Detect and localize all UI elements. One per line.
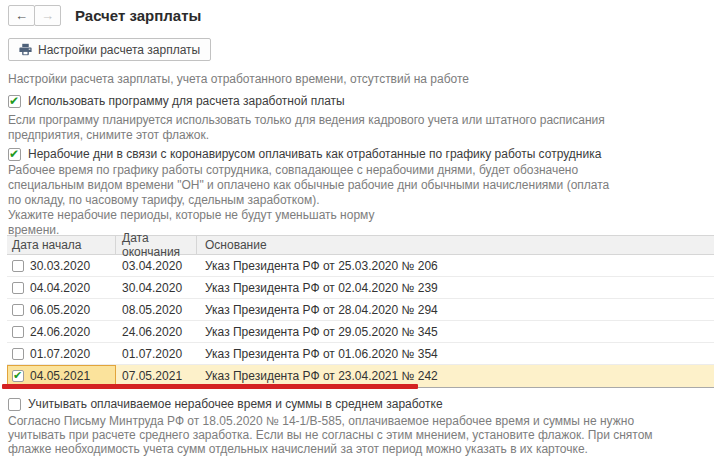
end-date-cell: 03.04.2020	[116, 259, 197, 273]
end-date-cell: 08.05.2020	[116, 303, 197, 317]
table-row[interactable]: 01.07.2020 01.07.2020 Указ Президента РФ…	[7, 343, 714, 365]
back-button[interactable]: ←	[8, 5, 35, 26]
back-arrow-icon: ←	[15, 9, 28, 22]
basis-cell: Указ Президента РФ от 02.04.2020 № 239	[197, 281, 714, 295]
table-row[interactable]: 30.03.2020 03.04.2020 Указ Президента РФ…	[7, 255, 714, 277]
basis-cell: Указ Президента РФ от 25.03.2020 № 206	[197, 259, 714, 273]
end-date-cell: 30.04.2020	[116, 281, 197, 295]
row-checkbox[interactable]	[12, 348, 24, 360]
table-row[interactable]: 04.04.2020 30.04.2020 Указ Президента РФ…	[7, 277, 714, 299]
start-date-cell: 04.04.2020	[30, 281, 90, 295]
column-header-basis[interactable]: Основание	[197, 236, 714, 254]
checkbox-covid-days-label: Нерабочие дни в связи с коронавирусом оп…	[28, 147, 601, 161]
navigation-bar: ← → Расчет зарплаты	[0, 0, 714, 26]
row-checkbox[interactable]	[12, 370, 24, 382]
end-date-cell: 01.07.2020	[116, 347, 197, 361]
row-checkbox[interactable]	[12, 304, 24, 316]
start-date-cell: 01.07.2020	[30, 347, 90, 361]
average-earnings-hint: Согласно Письму Минтруда РФ от 18.05.202…	[8, 414, 658, 456]
salary-settings-button[interactable]: Настройки расчета зарплаты	[8, 38, 211, 61]
row-checkbox[interactable]	[12, 260, 24, 272]
non-working-periods-table: Дата начала Дата окончания Основание 30.…	[7, 235, 714, 388]
settings-button-label: Настройки расчета зарплаты	[38, 43, 200, 57]
row-checkbox[interactable]	[12, 282, 24, 294]
end-date-cell: 24.06.2020	[116, 325, 197, 339]
start-date-cell: 06.05.2020	[30, 303, 90, 317]
basis-cell: Указ Президента РФ от 23.04.2021 № 242	[197, 369, 714, 383]
end-date-cell: 07.05.2021	[116, 369, 197, 383]
table-row[interactable]: 06.05.2020 08.05.2020 Указ Президента РФ…	[7, 299, 714, 321]
forward-button[interactable]: →	[34, 5, 61, 26]
use-program-hint: Если программу планируется использовать …	[8, 113, 608, 143]
checkbox-use-program-label: Использовать программу для расчета зараб…	[28, 94, 345, 108]
column-header-start-date[interactable]: Дата начала	[7, 236, 116, 254]
column-header-end-date[interactable]: Дата окончания	[116, 236, 197, 254]
forward-arrow-icon: →	[41, 9, 54, 22]
salary-settings-page: ← → Расчет зарплаты Настройки расчета за…	[0, 0, 714, 456]
start-date-cell: 30.03.2020	[30, 259, 90, 273]
covid-days-hint: Рабочее время по графику работы сотрудни…	[8, 163, 623, 208]
start-date-cell: 04.05.2021	[30, 369, 90, 383]
checkbox-average-earnings[interactable]	[8, 398, 21, 411]
basis-cell: Указ Президента РФ от 28.04.2020 № 294	[197, 303, 714, 317]
start-date-cell: 24.06.2020	[30, 325, 90, 339]
checkbox-row-use-program[interactable]: Использовать программу для расчета зараб…	[8, 94, 714, 108]
page-title: Расчет зарплаты	[75, 7, 201, 24]
checkbox-covid-days[interactable]	[8, 148, 21, 161]
checkbox-row-average-earnings[interactable]: Учитывать оплачиваемое нерабочее время и…	[8, 397, 714, 411]
basis-cell: Указ Президента РФ от 29.05.2020 № 345	[197, 325, 714, 339]
checkbox-use-program[interactable]	[8, 95, 21, 108]
row-checkbox[interactable]	[12, 326, 24, 338]
table-header: Дата начала Дата окончания Основание	[7, 236, 714, 255]
table-row[interactable]: 24.06.2020 24.06.2020 Указ Президента РФ…	[7, 321, 714, 343]
settings-description: Настройки расчета зарплаты, учета отрабо…	[8, 72, 714, 87]
basis-cell: Указ Президента РФ от 01.06.2020 № 354	[197, 347, 714, 361]
checkbox-average-earnings-label: Учитывать оплачиваемое нерабочее время и…	[28, 397, 443, 411]
checkbox-row-covid-days[interactable]: Нерабочие дни в связи с коронавирусом оп…	[8, 147, 714, 161]
annotation-red-underline	[2, 384, 418, 389]
printer-icon	[19, 43, 32, 56]
